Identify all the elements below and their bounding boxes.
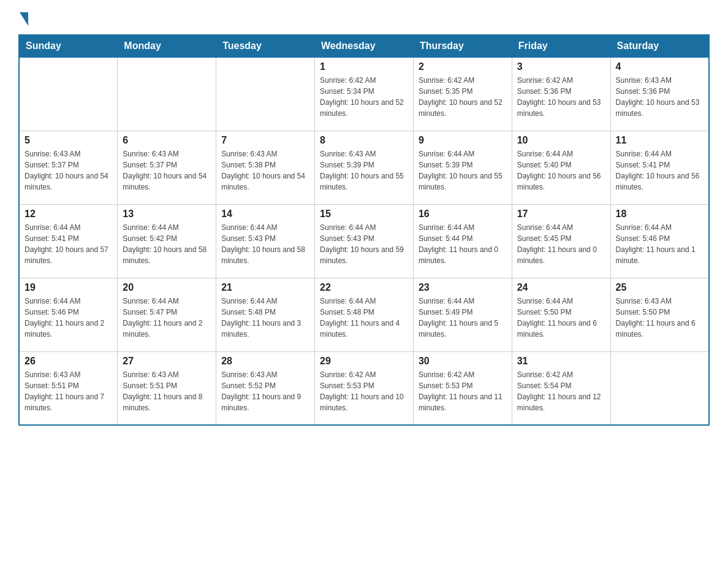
day-number: 15 — [320, 209, 408, 220]
day-info: Sunrise: 6:43 AM Sunset: 5:37 PM Dayligh… — [123, 148, 211, 193]
day-number: 24 — [517, 282, 605, 293]
calendar-week-5: 26Sunrise: 6:43 AM Sunset: 5:51 PM Dayli… — [19, 351, 709, 425]
day-info: Sunrise: 6:42 AM Sunset: 5:36 PM Dayligh… — [517, 75, 605, 119]
header-friday: Friday — [512, 35, 610, 57]
calendar-cell: 11Sunrise: 6:44 AM Sunset: 5:41 PM Dayli… — [610, 131, 709, 204]
calendar-table: SundayMondayTuesdayWednesdayThursdayFrid… — [18, 34, 710, 426]
day-info: Sunrise: 6:42 AM Sunset: 5:54 PM Dayligh… — [517, 369, 605, 413]
day-info: Sunrise: 6:42 AM Sunset: 5:53 PM Dayligh… — [419, 369, 507, 413]
calendar-cell: 4Sunrise: 6:43 AM Sunset: 5:36 PM Daylig… — [610, 57, 709, 131]
day-number: 21 — [221, 282, 309, 293]
day-info: Sunrise: 6:43 AM Sunset: 5:52 PM Dayligh… — [221, 369, 309, 413]
calendar-cell: 13Sunrise: 6:44 AM Sunset: 5:42 PM Dayli… — [118, 204, 216, 278]
day-info: Sunrise: 6:43 AM Sunset: 5:39 PM Dayligh… — [320, 148, 408, 193]
calendar-cell — [118, 57, 216, 131]
day-info: Sunrise: 6:44 AM Sunset: 5:43 PM Dayligh… — [221, 222, 309, 266]
calendar-cell: 18Sunrise: 6:44 AM Sunset: 5:46 PM Dayli… — [610, 204, 709, 278]
page-header — [18, 12, 710, 25]
calendar-cell: 5Sunrise: 6:43 AM Sunset: 5:37 PM Daylig… — [19, 131, 118, 204]
day-info: Sunrise: 6:44 AM Sunset: 5:46 PM Dayligh… — [616, 222, 703, 266]
calendar-cell: 17Sunrise: 6:44 AM Sunset: 5:45 PM Dayli… — [512, 204, 610, 278]
day-info: Sunrise: 6:44 AM Sunset: 5:39 PM Dayligh… — [419, 148, 507, 193]
day-number: 28 — [221, 356, 309, 367]
day-number: 19 — [25, 282, 112, 293]
calendar-cell — [216, 57, 315, 131]
day-info: Sunrise: 6:44 AM Sunset: 5:50 PM Dayligh… — [517, 296, 605, 340]
day-number: 25 — [616, 282, 703, 293]
logo — [18, 12, 29, 25]
day-number: 23 — [419, 282, 507, 293]
day-number: 11 — [616, 135, 703, 146]
day-number: 10 — [517, 135, 605, 146]
calendar-week-2: 5Sunrise: 6:43 AM Sunset: 5:37 PM Daylig… — [19, 131, 709, 204]
calendar-week-1: 1Sunrise: 6:42 AM Sunset: 5:34 PM Daylig… — [19, 57, 709, 131]
calendar-cell: 31Sunrise: 6:42 AM Sunset: 5:54 PM Dayli… — [512, 351, 610, 425]
calendar-cell: 20Sunrise: 6:44 AM Sunset: 5:47 PM Dayli… — [118, 278, 216, 351]
day-info: Sunrise: 6:43 AM Sunset: 5:51 PM Dayligh… — [25, 369, 112, 413]
day-info: Sunrise: 6:43 AM Sunset: 5:36 PM Dayligh… — [616, 75, 703, 119]
calendar-cell: 19Sunrise: 6:44 AM Sunset: 5:46 PM Dayli… — [19, 278, 118, 351]
calendar-week-3: 12Sunrise: 6:44 AM Sunset: 5:41 PM Dayli… — [19, 204, 709, 278]
calendar-cell: 28Sunrise: 6:43 AM Sunset: 5:52 PM Dayli… — [216, 351, 315, 425]
day-info: Sunrise: 6:44 AM Sunset: 5:41 PM Dayligh… — [25, 222, 112, 266]
day-number: 3 — [517, 61, 605, 72]
calendar-cell: 6Sunrise: 6:43 AM Sunset: 5:37 PM Daylig… — [118, 131, 216, 204]
day-number: 16 — [419, 209, 507, 220]
calendar-week-4: 19Sunrise: 6:44 AM Sunset: 5:46 PM Dayli… — [19, 278, 709, 351]
header-wednesday: Wednesday — [315, 35, 414, 57]
calendar-cell: 26Sunrise: 6:43 AM Sunset: 5:51 PM Dayli… — [19, 351, 118, 425]
day-info: Sunrise: 6:43 AM Sunset: 5:50 PM Dayligh… — [616, 296, 703, 340]
day-number: 20 — [123, 282, 211, 293]
day-number: 29 — [320, 356, 408, 367]
day-info: Sunrise: 6:44 AM Sunset: 5:44 PM Dayligh… — [419, 222, 507, 266]
day-info: Sunrise: 6:44 AM Sunset: 5:45 PM Dayligh… — [517, 222, 605, 266]
calendar-cell — [610, 351, 709, 425]
day-info: Sunrise: 6:42 AM Sunset: 5:35 PM Dayligh… — [419, 75, 507, 119]
calendar-cell: 12Sunrise: 6:44 AM Sunset: 5:41 PM Dayli… — [19, 204, 118, 278]
calendar-cell: 22Sunrise: 6:44 AM Sunset: 5:48 PM Dayli… — [315, 278, 414, 351]
day-number: 9 — [419, 135, 507, 146]
day-number: 2 — [419, 61, 507, 72]
calendar-cell: 27Sunrise: 6:43 AM Sunset: 5:51 PM Dayli… — [118, 351, 216, 425]
calendar-cell: 1Sunrise: 6:42 AM Sunset: 5:34 PM Daylig… — [315, 57, 414, 131]
day-info: Sunrise: 6:44 AM Sunset: 5:48 PM Dayligh… — [320, 296, 408, 340]
day-number: 8 — [320, 135, 408, 146]
day-info: Sunrise: 6:44 AM Sunset: 5:47 PM Dayligh… — [123, 296, 211, 340]
header-tuesday: Tuesday — [216, 35, 315, 57]
calendar-cell: 16Sunrise: 6:44 AM Sunset: 5:44 PM Dayli… — [413, 204, 512, 278]
day-number: 31 — [517, 356, 605, 367]
calendar-cell: 7Sunrise: 6:43 AM Sunset: 5:38 PM Daylig… — [216, 131, 315, 204]
calendar-cell: 24Sunrise: 6:44 AM Sunset: 5:50 PM Dayli… — [512, 278, 610, 351]
calendar-cell: 8Sunrise: 6:43 AM Sunset: 5:39 PM Daylig… — [315, 131, 414, 204]
calendar-cell: 29Sunrise: 6:42 AM Sunset: 5:53 PM Dayli… — [315, 351, 414, 425]
day-number: 26 — [25, 356, 112, 367]
day-number: 30 — [419, 356, 507, 367]
header-saturday: Saturday — [610, 35, 709, 57]
day-number: 22 — [320, 282, 408, 293]
day-info: Sunrise: 6:44 AM Sunset: 5:43 PM Dayligh… — [320, 222, 408, 266]
day-number: 18 — [616, 209, 703, 220]
day-info: Sunrise: 6:43 AM Sunset: 5:51 PM Dayligh… — [123, 369, 211, 413]
calendar-cell: 30Sunrise: 6:42 AM Sunset: 5:53 PM Dayli… — [413, 351, 512, 425]
calendar-cell — [19, 57, 118, 131]
day-info: Sunrise: 6:44 AM Sunset: 5:49 PM Dayligh… — [419, 296, 507, 340]
calendar-cell: 21Sunrise: 6:44 AM Sunset: 5:48 PM Dayli… — [216, 278, 315, 351]
calendar-cell: 2Sunrise: 6:42 AM Sunset: 5:35 PM Daylig… — [413, 57, 512, 131]
day-info: Sunrise: 6:44 AM Sunset: 5:46 PM Dayligh… — [25, 296, 112, 340]
calendar-cell: 23Sunrise: 6:44 AM Sunset: 5:49 PM Dayli… — [413, 278, 512, 351]
day-number: 27 — [123, 356, 211, 367]
day-info: Sunrise: 6:42 AM Sunset: 5:34 PM Dayligh… — [320, 75, 408, 119]
day-number: 13 — [123, 209, 211, 220]
day-number: 4 — [616, 61, 703, 72]
logo-triangle-icon — [20, 12, 28, 26]
day-number: 5 — [25, 135, 112, 146]
calendar-header-row: SundayMondayTuesdayWednesdayThursdayFrid… — [19, 35, 709, 57]
day-number: 7 — [221, 135, 309, 146]
calendar-cell: 15Sunrise: 6:44 AM Sunset: 5:43 PM Dayli… — [315, 204, 414, 278]
day-number: 14 — [221, 209, 309, 220]
calendar-cell: 9Sunrise: 6:44 AM Sunset: 5:39 PM Daylig… — [413, 131, 512, 204]
day-number: 6 — [123, 135, 211, 146]
calendar-cell: 3Sunrise: 6:42 AM Sunset: 5:36 PM Daylig… — [512, 57, 610, 131]
day-info: Sunrise: 6:42 AM Sunset: 5:53 PM Dayligh… — [320, 369, 408, 413]
header-thursday: Thursday — [413, 35, 512, 57]
